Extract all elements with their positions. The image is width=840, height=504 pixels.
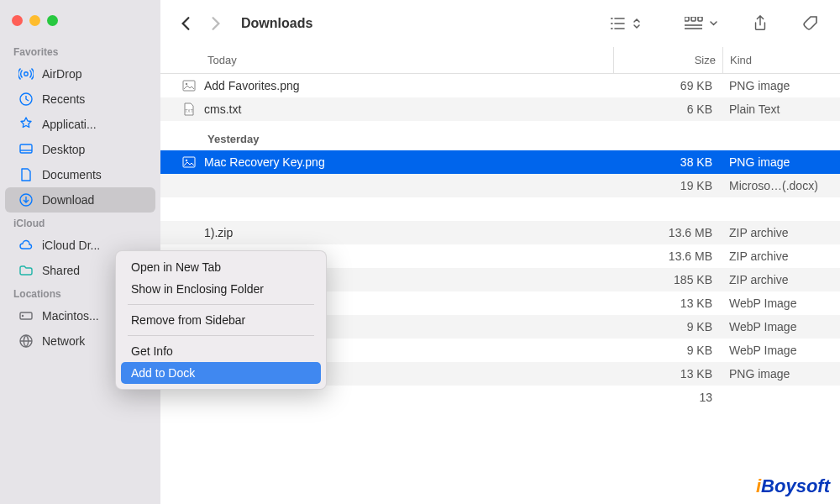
- sidebar-item-airdrop[interactable]: AirDrop: [5, 61, 155, 87]
- shared-icon: [18, 263, 34, 278]
- close-window-button[interactable]: [12, 15, 23, 26]
- apps-icon: [18, 117, 34, 132]
- columns-header: Today Size Kind: [160, 47, 840, 74]
- menu-item-open-in-new-tab[interactable]: Open in New Tab: [121, 256, 321, 278]
- file-size: 13.6 MB: [613, 226, 722, 239]
- file-size: 13.6 MB: [613, 249, 722, 263]
- file-kind: PNG image: [722, 79, 840, 92]
- svg-text:TXT: TXT: [185, 108, 192, 113]
- sidebar-item-label: Applicati...: [42, 118, 97, 131]
- download-icon: [18, 192, 34, 207]
- svg-point-23: [186, 160, 187, 161]
- column-kind[interactable]: Kind: [722, 47, 840, 73]
- file-kind: PNG image: [722, 155, 840, 169]
- sidebar-item-desktop[interactable]: Desktop: [5, 137, 155, 162]
- file-name: cms.txt: [204, 102, 613, 116]
- sidebar-item-applicati[interactable]: Applicati...: [5, 112, 155, 137]
- file-size: 19 KB: [613, 179, 722, 192]
- forward-button[interactable]: [204, 12, 228, 35]
- svg-point-20: [186, 83, 187, 85]
- svg-rect-15: [691, 17, 696, 21]
- svg-rect-14: [685, 17, 689, 21]
- file-row[interactable]: 19 KBMicroso…(.docx): [160, 174, 840, 197]
- menu-item-show-in-enclosing-folder[interactable]: Show in Enclosing Folder: [121, 278, 321, 300]
- sidebar-item-label: Macintos...: [42, 309, 99, 323]
- file-size: 9 KB: [613, 344, 722, 357]
- file-size: 13: [613, 391, 722, 404]
- file-row[interactable]: [160, 197, 840, 221]
- file-icon: [181, 155, 197, 169]
- tag-icon: [803, 15, 820, 32]
- sidebar-item-documents[interactable]: Documents: [5, 162, 155, 187]
- sidebar-item-label: Documents: [42, 168, 102, 181]
- menu-divider: [128, 304, 314, 305]
- sidebar-item-download[interactable]: Download: [5, 187, 155, 213]
- file-size: 185 KB: [613, 273, 722, 286]
- file-kind: ZIP archive: [722, 226, 840, 239]
- svg-point-0: [24, 72, 28, 76]
- sidebar-item-label: iCloud Dr...: [42, 239, 100, 252]
- group-header: Yesterday: [160, 121, 840, 150]
- cloud-icon: [18, 238, 34, 253]
- svg-rect-16: [698, 17, 702, 21]
- disk-icon: [18, 308, 34, 323]
- share-button[interactable]: [746, 12, 774, 35]
- column-size[interactable]: Size: [613, 47, 722, 73]
- minimize-window-button[interactable]: [29, 15, 40, 26]
- sidebar-item-label: AirDrop: [42, 67, 81, 81]
- chevron-down-icon: [710, 21, 717, 26]
- file-kind: ZIP archive: [722, 249, 840, 263]
- file-size: 69 KB: [613, 79, 722, 92]
- window-title: Downloads: [241, 16, 597, 31]
- file-size: 6 KB: [613, 102, 722, 116]
- section-label: Favorites: [0, 41, 160, 61]
- share-icon: [753, 15, 768, 32]
- window-controls: [0, 8, 160, 41]
- airdrop-icon: [18, 66, 34, 81]
- file-icon: [181, 79, 197, 92]
- sidebar-item-recents[interactable]: Recents: [5, 87, 155, 112]
- svg-point-6: [23, 316, 24, 317]
- sidebar-item-label: Recents: [42, 92, 85, 106]
- tag-button[interactable]: [796, 12, 827, 35]
- clock-icon: [18, 92, 34, 107]
- file-kind: WebP Image: [722, 344, 840, 357]
- desktop-icon: [18, 142, 34, 157]
- file-kind: PNG image: [722, 367, 840, 381]
- file-size: 13 KB: [613, 297, 722, 310]
- menu-item-get-info[interactable]: Get Info: [121, 340, 321, 362]
- back-button[interactable]: [174, 12, 197, 35]
- file-icon: TXT: [181, 102, 197, 116]
- menu-item-remove-from-sidebar[interactable]: Remove from Sidebar: [121, 309, 321, 331]
- menu-divider: [128, 335, 314, 336]
- svg-rect-2: [20, 144, 32, 153]
- view-list-button[interactable]: [604, 13, 648, 34]
- file-row[interactable]: Mac Recovery Key.png38 KBPNG image: [160, 150, 840, 174]
- file-kind: WebP Image: [722, 320, 840, 333]
- context-menu: Open in New TabShow in Enclosing FolderR…: [115, 250, 327, 390]
- sidebar-item-label: Network: [42, 334, 85, 348]
- file-kind: WebP Image: [722, 297, 840, 310]
- document-icon: [18, 167, 34, 182]
- menu-item-add-to-dock[interactable]: Add to Dock: [121, 362, 321, 384]
- svg-rect-22: [183, 157, 195, 167]
- file-kind: Plain Text: [722, 102, 840, 116]
- file-row[interactable]: 1).zip13.6 MBZIP archive: [160, 221, 840, 244]
- chevron-right-icon: [211, 16, 221, 31]
- fullscreen-window-button[interactable]: [47, 15, 58, 26]
- file-kind: ZIP archive: [722, 273, 840, 286]
- sidebar-item-label: Download: [42, 193, 94, 207]
- group-button[interactable]: [678, 13, 724, 34]
- toolbar: Downloads: [160, 0, 840, 47]
- file-row[interactable]: TXTcms.txt6 KBPlain Text: [160, 97, 840, 121]
- file-size: 38 KB: [613, 155, 722, 169]
- file-name: 1).zip: [204, 226, 613, 239]
- file-row[interactable]: Add Favorites.png69 KBPNG image: [160, 74, 840, 97]
- section-label: iCloud: [0, 213, 160, 233]
- column-name[interactable]: Today: [160, 47, 613, 73]
- svg-rect-19: [183, 81, 195, 91]
- file-size: 13 KB: [613, 367, 722, 381]
- file-kind: Microso…(.docx): [722, 179, 840, 192]
- globe-icon: [18, 333, 34, 349]
- file-size: 9 KB: [613, 320, 722, 333]
